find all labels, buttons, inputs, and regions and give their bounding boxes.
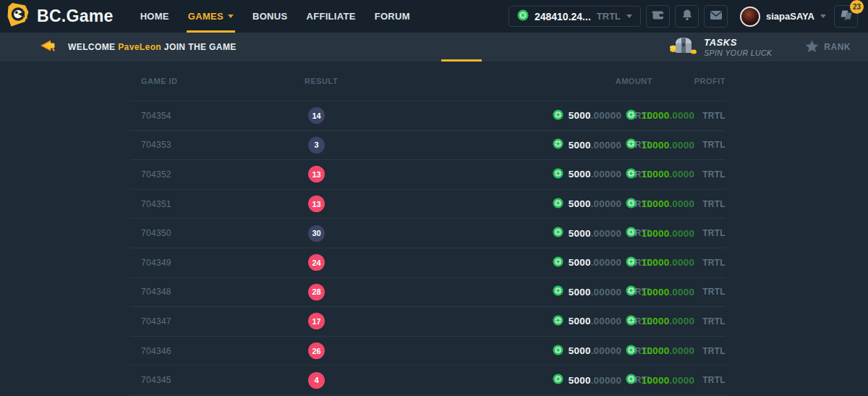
coin-icon (626, 345, 637, 358)
result-cell: 4 (294, 372, 424, 389)
table-row[interactable]: 704351 13 5000.00000 TRTL (130, 190, 726, 219)
amount-cell: 5000.00000 TRTL (424, 168, 659, 181)
result-badge: 14 (308, 107, 325, 124)
wallet-button[interactable] (646, 5, 670, 28)
balance-amount: 248410.24... (535, 11, 591, 22)
nav-item[interactable]: HOME (131, 0, 179, 33)
nav-item-label: HOME (140, 11, 169, 22)
tasks-labels: TASKS SPIN YOUR LUCK (704, 37, 772, 57)
game-id-cell: 704351 (130, 199, 294, 209)
treasure-chest-icon (668, 34, 697, 60)
nav-item-label: FORUM (375, 11, 410, 22)
coin-icon (626, 374, 637, 387)
profit-cell: 10000.0000 TRTL (659, 345, 726, 358)
result-cell: 14 (294, 107, 424, 124)
username: siapaSAYA (766, 11, 814, 22)
announcement-bar: WELCOME PaveLeon JOIN THE GAME TASKS SPI… (0, 33, 868, 62)
user-menu[interactable]: siapaSAYA (740, 7, 826, 27)
bell-icon (681, 9, 693, 24)
table-row[interactable]: 704350 30 5000.00000 TRTL (130, 219, 726, 248)
rank-label: RANK (824, 42, 851, 52)
game-id-cell: 704345 (130, 375, 294, 385)
nav-item[interactable]: BONUS (243, 0, 297, 33)
messages-button[interactable] (704, 5, 728, 28)
profit-value: 10000.0000 (626, 285, 694, 298)
table-row[interactable]: 704352 13 5000.00000 TRTL (130, 160, 726, 190)
announcement-prefix: WELCOME (68, 42, 115, 52)
profit-cell: 10000.0000 TRTL (659, 374, 726, 387)
coin-icon (553, 138, 563, 151)
coin-icon (626, 315, 637, 328)
profit-value: 10000.0000 (626, 198, 694, 211)
amount-value: 5000.00000 (553, 345, 621, 358)
result-badge: 13 (308, 195, 325, 212)
balance-currency: TRTL (597, 11, 621, 22)
chat-button[interactable]: 23 (834, 5, 858, 28)
profit-cell: 10000.0000 TRTL (659, 285, 726, 298)
game-id-cell: 704347 (130, 316, 294, 327)
notifications-button[interactable] (675, 5, 699, 28)
profit-value: 10000.0000 (626, 138, 694, 151)
coin-icon (626, 168, 637, 181)
table-row[interactable]: 704353 3 5000.00000 TRTL (130, 131, 726, 161)
profit-value: 10000.0000 (626, 345, 694, 358)
bcgame-logo-icon (6, 2, 30, 30)
currency-label: TRTL (702, 258, 726, 268)
amount-cell: 5000.00000 TRTL (424, 227, 659, 240)
nav-item[interactable]: FORUM (365, 0, 420, 33)
game-id-cell: 704354 (130, 111, 294, 121)
profit-cell: 10000.0000 TRTL (659, 198, 726, 211)
coin-icon (553, 285, 563, 298)
avatar (740, 7, 760, 27)
game-id-cell: 704352 (130, 169, 294, 180)
table-row[interactable]: 704346 26 5000.00000 TRTL (130, 337, 726, 366)
tasks-title: TASKS (704, 37, 772, 48)
table-row[interactable]: 704347 17 5000.00000 TRTL (130, 307, 726, 337)
profit-cell: 10000.0000 TRTL (659, 256, 726, 269)
table-row[interactable]: 704348 28 5000.00000 TRTL (130, 278, 726, 308)
result-cell: 30 (294, 225, 424, 242)
currency-label: TRTL (702, 346, 726, 356)
amount-value: 5000.00000 (553, 285, 621, 298)
coin-icon (553, 315, 563, 328)
currency-label: TRTL (702, 228, 726, 238)
amount-value: 5000.00000 (553, 374, 621, 387)
coin-icon (553, 168, 563, 181)
header-amount: AMOUNT (424, 77, 659, 85)
announcement-text: WELCOME PaveLeon JOIN THE GAME (68, 42, 237, 52)
amount-value: 5000.00000 (553, 109, 621, 122)
game-id-cell: 704353 (130, 140, 294, 150)
result-cell: 24 (294, 254, 424, 271)
brand[interactable]: BC.Game (6, 2, 114, 30)
result-cell: 13 (294, 195, 424, 212)
amount-value: 5000.00000 (553, 256, 621, 269)
nav-item[interactable]: GAMES (179, 0, 243, 33)
rank-widget[interactable]: RANK (805, 40, 851, 55)
profit-cell: 10000.0000 TRTL (659, 315, 726, 328)
amount-cell: 5000.00000 TRTL (424, 109, 659, 122)
profit-value: 10000.0000 (626, 109, 694, 122)
result-cell: 13 (294, 166, 424, 182)
active-tab-indicator (441, 59, 482, 62)
coin-icon (517, 9, 529, 24)
announcement-username: PaveLeon (118, 42, 161, 52)
coin-icon (626, 285, 637, 298)
result-cell: 26 (294, 342, 424, 359)
balance-selector[interactable]: 248410.24... TRTL (509, 6, 641, 27)
coin-icon (626, 256, 637, 269)
mail-icon (710, 10, 723, 23)
profit-value: 10000.0000 (626, 227, 694, 240)
chevron-down-icon (228, 14, 234, 18)
table-row[interactable]: 704354 14 5000.00000 TRTL (130, 101, 726, 131)
table-row[interactable]: 704345 4 5000.00000 TRTL (130, 366, 726, 395)
nav-item[interactable]: AFFILIATE (297, 0, 365, 33)
game-id-cell: 704350 (130, 228, 294, 238)
coin-icon (626, 109, 637, 122)
amount-cell: 5000.00000 TRTL (424, 198, 659, 211)
result-cell: 17 (294, 313, 424, 329)
table-row[interactable]: 704349 24 5000.00000 TRTL (130, 248, 726, 278)
game-id-cell: 704348 (130, 287, 294, 297)
tasks-widget[interactable]: TASKS SPIN YOUR LUCK (668, 34, 772, 60)
megaphone-icon (39, 38, 57, 56)
coin-icon (553, 256, 563, 269)
